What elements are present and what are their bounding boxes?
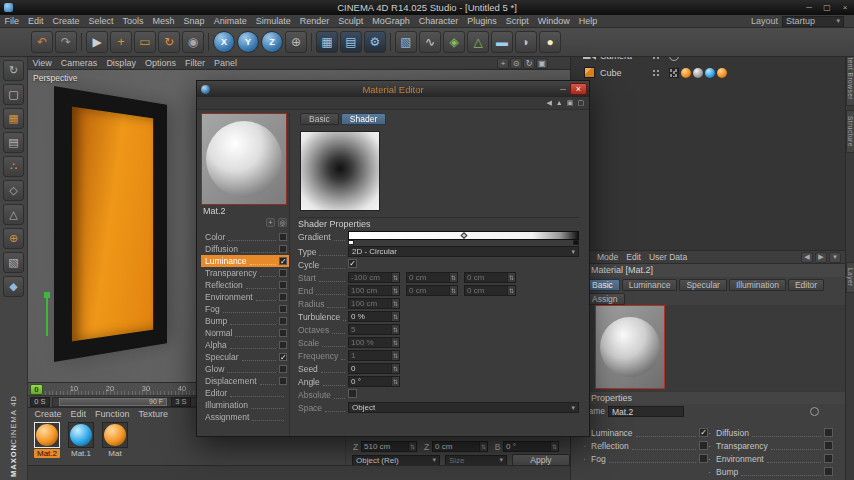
viewport-menu-panel[interactable]: Panel bbox=[209, 58, 241, 68]
undo-icon[interactable]: ↶ bbox=[31, 31, 53, 53]
spinner-icon[interactable] bbox=[507, 273, 515, 282]
scale-icon[interactable]: ▭ bbox=[134, 31, 156, 53]
spinner-icon[interactable] bbox=[391, 351, 399, 360]
spinner-icon[interactable] bbox=[391, 377, 399, 386]
coordinate-input[interactable]: 0 cm bbox=[432, 441, 488, 452]
points-mode-icon[interactable]: ∴ bbox=[3, 156, 24, 177]
channel-environment[interactable]: Environment bbox=[201, 291, 289, 303]
channel-checkbox[interactable] bbox=[279, 329, 287, 337]
channel-illumination[interactable]: Illumination bbox=[201, 399, 289, 411]
channel-assignment[interactable]: Assignment bbox=[201, 411, 289, 423]
last-tool-icon[interactable]: ◉ bbox=[182, 31, 204, 53]
material-item-mat[interactable]: Mat bbox=[100, 422, 130, 458]
menu-simulate[interactable]: Simulate bbox=[251, 16, 295, 26]
channel-toggle-checkbox[interactable] bbox=[699, 428, 708, 437]
side-tab-structure[interactable]: Structure bbox=[846, 110, 854, 153]
layout-dropdown[interactable]: Startup bbox=[782, 16, 844, 27]
move-icon[interactable]: + bbox=[110, 31, 132, 53]
snap-settings-icon[interactable]: ◆ bbox=[3, 276, 24, 297]
channel-toggle-checkbox[interactable] bbox=[824, 441, 833, 450]
spinner-icon[interactable] bbox=[391, 364, 399, 373]
menu-mograph[interactable]: MoGraph bbox=[368, 16, 415, 26]
render-view-icon[interactable]: ▦ bbox=[316, 31, 338, 53]
menu-file[interactable]: File bbox=[0, 16, 24, 26]
shader-field[interactable]: 0 bbox=[348, 363, 400, 374]
menu-character[interactable]: Character bbox=[414, 16, 463, 26]
lock-x-axis-icon[interactable]: X bbox=[213, 31, 235, 53]
gradient-knot-end[interactable] bbox=[573, 240, 579, 245]
visibility-dots-icon[interactable] bbox=[652, 69, 659, 77]
channel-color[interactable]: Color bbox=[201, 231, 289, 243]
dock-icon[interactable]: ▣ bbox=[567, 99, 574, 107]
channel-checkbox[interactable] bbox=[279, 317, 287, 325]
lock-z-axis-icon[interactable]: Z bbox=[261, 31, 283, 53]
material-editor-minimize-button[interactable] bbox=[556, 85, 570, 94]
spinner-icon[interactable] bbox=[391, 273, 399, 282]
close-button[interactable]: × bbox=[836, 0, 854, 15]
channel-checkbox[interactable] bbox=[279, 281, 287, 289]
toggle-view-icon[interactable]: ▣ bbox=[536, 58, 548, 69]
material-editor-tab-shader[interactable]: Shader bbox=[341, 113, 386, 125]
viewport-menu-options[interactable]: Options bbox=[140, 58, 180, 68]
history-icon[interactable]: ▾ bbox=[829, 252, 841, 263]
attr-tab-illumination[interactable]: Illumination bbox=[729, 279, 786, 291]
channel-checkbox[interactable] bbox=[279, 269, 287, 277]
material-menu-edit[interactable]: Edit bbox=[66, 409, 91, 419]
shader-checkbox-cycle[interactable] bbox=[348, 259, 357, 268]
spinner-icon[interactable] bbox=[449, 286, 457, 295]
spinner-icon[interactable] bbox=[408, 442, 416, 451]
spinner-icon[interactable] bbox=[507, 286, 515, 295]
orange-material-tag-icon[interactable] bbox=[681, 68, 691, 78]
spinner-icon[interactable] bbox=[391, 286, 399, 295]
menu-snap[interactable]: Snap bbox=[179, 16, 209, 26]
shader-field[interactable]: -100 cm bbox=[348, 272, 400, 283]
menu-render[interactable]: Render bbox=[295, 16, 334, 26]
material-editor-titlebar[interactable]: Material Editor bbox=[197, 81, 589, 97]
coordinate-input[interactable]: 0 ° bbox=[503, 441, 559, 452]
gradient-bar[interactable] bbox=[348, 231, 579, 240]
forward-icon[interactable]: ▶ bbox=[815, 252, 827, 263]
coordinate-input[interactable]: 510 cm bbox=[361, 441, 417, 452]
coordinate-system-icon[interactable]: ⊕ bbox=[285, 31, 307, 53]
material-preview[interactable] bbox=[595, 305, 665, 389]
channel-bump[interactable]: Bump bbox=[201, 315, 289, 327]
timeline-playhead[interactable]: 0 bbox=[30, 384, 43, 395]
timeline-end-field[interactable]: 3 S bbox=[171, 397, 191, 407]
material-editor-tab-basic[interactable]: Basic bbox=[300, 113, 339, 125]
orange-material-tag-icon[interactable] bbox=[717, 68, 727, 78]
rotate-icon[interactable]: ↻ bbox=[158, 31, 180, 53]
channel-alpha[interactable]: Alpha bbox=[201, 339, 289, 351]
channel-checkbox[interactable] bbox=[279, 353, 287, 361]
viewport-menu-display[interactable]: Display bbox=[102, 58, 141, 68]
add-spline-icon[interactable]: ∿ bbox=[419, 31, 441, 53]
menu-help[interactable]: Help bbox=[574, 16, 602, 26]
shader-field[interactable]: 0 cm bbox=[406, 272, 458, 283]
attr-tab-editor[interactable]: Editor bbox=[788, 279, 824, 291]
back-icon[interactable]: ◀ bbox=[801, 252, 813, 263]
shader-field[interactable]: 0 ° bbox=[348, 376, 400, 387]
menu-window[interactable]: Window bbox=[533, 16, 574, 26]
y-axis-handle[interactable] bbox=[46, 296, 48, 336]
attr-menu-mode[interactable]: Mode bbox=[593, 252, 622, 262]
attr-menu-user-data[interactable]: User Data bbox=[645, 252, 691, 262]
menu-animate[interactable]: Animate bbox=[209, 16, 251, 26]
target-icon[interactable] bbox=[278, 218, 287, 227]
menu-create[interactable]: Create bbox=[48, 16, 84, 26]
material-item-mat-1[interactable]: Mat.1 bbox=[66, 422, 96, 458]
material-editor-close-button[interactable] bbox=[570, 83, 587, 95]
phong-tag-icon[interactable] bbox=[693, 68, 703, 78]
material-menu-create[interactable]: Create bbox=[30, 409, 66, 419]
object-row-cube[interactable]: Cube bbox=[571, 64, 845, 81]
zoom-view-icon[interactable]: ⊙ bbox=[510, 58, 522, 69]
shader-dropdown-type[interactable]: 2D - Circular bbox=[348, 246, 579, 257]
channel-checkbox[interactable] bbox=[279, 245, 287, 253]
rotate-view-icon[interactable]: ↻ bbox=[523, 58, 535, 69]
channel-checkbox[interactable] bbox=[279, 233, 287, 241]
shader-dropdown-space[interactable]: Object bbox=[348, 402, 579, 413]
shader-field[interactable]: 5 bbox=[348, 324, 400, 335]
channel-transparency[interactable]: Transparency bbox=[201, 267, 289, 279]
timeline-range-handle[interactable]: 90 F bbox=[59, 398, 167, 406]
window-titlebar[interactable]: CINEMA 4D R14.025 Studio - [Untitled 5 *… bbox=[0, 0, 854, 15]
channel-toggle-checkbox[interactable] bbox=[699, 441, 708, 450]
shader-field[interactable]: 100 cm bbox=[348, 285, 400, 296]
